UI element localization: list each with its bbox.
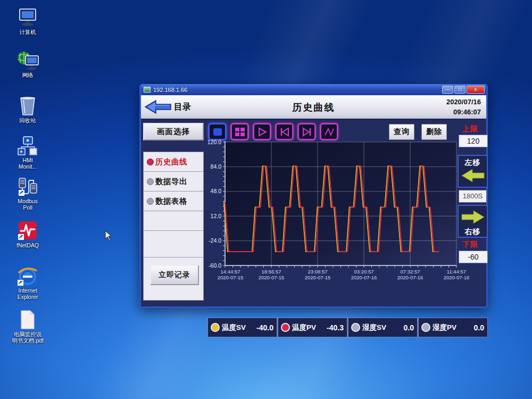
play-button[interactable] (253, 123, 271, 140)
history-chart: 120.084.048.012.0-24.0-60.014:44:572020-… (205, 139, 492, 284)
close-button[interactable]: x (467, 86, 485, 94)
legend-item-temp-pv[interactable]: 温度PV -40.3 (277, 318, 347, 337)
record-now-button[interactable]: 立即记录 (150, 265, 199, 285)
internet-explorer-icon (5, 266, 50, 286)
legend-item-humid-pv[interactable]: 湿度PV 0.0 (418, 318, 488, 337)
curve-icon (324, 127, 335, 137)
skip-to-start-button[interactable] (275, 123, 294, 140)
filled-square-icon (212, 127, 223, 137)
svg-text:2020-07-16: 2020-07-16 (397, 275, 423, 280)
icon-label: Explorer (17, 294, 38, 300)
window-header: 目录 历史曲线 2020/07/16 09:46:07 (141, 95, 486, 120)
sidebar-item-data-table[interactable]: 数据表格 (144, 192, 203, 211)
sidebar-item-label: 数据表格 (155, 196, 187, 206)
legend-item-humid-sv[interactable]: 湿度SV 0.0 (347, 318, 418, 337)
svg-text:03:20:57: 03:20:57 (354, 269, 374, 275)
window-body: 画面选择 历史曲线 数据导出 数据表格 立即记录 (141, 120, 486, 306)
icon-label: HMI (22, 157, 32, 163)
sidebar-empty-row (144, 231, 203, 257)
window-title: 192.168.1.66 (153, 87, 441, 93)
query-button[interactable]: 查询 (389, 124, 414, 140)
delete-button[interactable]: 删除 (421, 124, 447, 140)
series-label: 湿度SV (362, 323, 386, 332)
series-label: 温度PV (292, 323, 316, 332)
svg-text:48.0: 48.0 (211, 188, 222, 194)
series-value: 0.0 (474, 323, 484, 332)
time-text: 09:46:07 (446, 107, 481, 117)
icon-label: 回收站 (19, 117, 36, 123)
series-legend: 温度SV -40.0 温度PV -40.3 湿度SV 0.0 湿度PV 0.0 (207, 318, 488, 337)
svg-text:07:32:57: 07:32:57 (401, 269, 420, 275)
chart-canvas: 120.084.048.012.0-24.0-60.014:44:572020-… (205, 139, 492, 284)
series-color-dot (281, 323, 290, 332)
desktop-icon-fnetdaq[interactable]: fNetDAQ (5, 221, 50, 248)
computer-icon (5, 7, 50, 28)
series-color-dot (421, 323, 430, 332)
hmi-monitor-icon (5, 136, 50, 156)
icon-label: 明书文档.pdf (12, 337, 44, 344)
svg-text:14:44:57: 14:44:57 (221, 269, 240, 275)
icon-label: 计算机 (19, 29, 36, 35)
datetime-display: 2020/07/16 09:46:07 (446, 97, 481, 117)
icon-label: fNetDAQ (16, 242, 39, 248)
series-value: -40.0 (256, 323, 273, 332)
svg-text:2020-07-15: 2020-07-15 (218, 275, 244, 280)
fnetdaq-icon (5, 221, 50, 241)
icon-label: Poll (23, 204, 32, 211)
sidebar-header: 画面选择 (143, 123, 204, 140)
svg-text:-24.0: -24.0 (209, 237, 221, 244)
svg-text:2020-07-15: 2020-07-15 (305, 275, 331, 280)
desktop-icon-hmi-monitor[interactable]: HMIMonit... (5, 136, 50, 170)
desktop-icon-modbus-poll[interactable]: ModbusPoll (5, 177, 50, 211)
minimize-button[interactable]: — (442, 86, 453, 94)
svg-text:-60.0: -60.0 (209, 262, 221, 269)
legend-item-temp-sv[interactable]: 温度SV -40.0 (207, 318, 277, 337)
series-value: -40.3 (327, 323, 344, 332)
sidebar-item-data-export[interactable]: 数据导出 (144, 172, 203, 192)
sidebar-menu: 历史曲线 数据导出 数据表格 立即记录 (143, 152, 204, 301)
icon-label: 电脑监控说 (14, 331, 42, 337)
svg-text:12.0: 12.0 (211, 213, 222, 219)
maximize-button[interactable]: □ (454, 86, 466, 94)
svg-text:18:56:57: 18:56:57 (262, 269, 281, 275)
sidebar-item-label: 历史曲线 (155, 157, 187, 167)
desktop-icon-computer[interactable]: 计算机 (5, 7, 50, 35)
icon-label: Monit... (19, 163, 37, 170)
icon-label: Modbus (18, 198, 37, 204)
icon-label: 网络 (22, 72, 34, 78)
recycle-bin-icon (5, 96, 50, 116)
skip-to-end-button[interactable] (297, 123, 316, 140)
sidebar-item-history-curve[interactable]: 历史曲线 (144, 152, 203, 172)
icon-label: Internet (18, 287, 37, 294)
svg-text:84.0: 84.0 (211, 163, 222, 170)
grid-icon (235, 127, 245, 137)
series-label: 湿度PV (433, 323, 456, 332)
desktop-icon-pdf-document[interactable]: 电脑监控说明书文档.pdf (5, 310, 50, 344)
desktop-icon-network[interactable]: 网络 (5, 51, 50, 78)
date-text: 2020/07/16 (446, 97, 481, 107)
series-color-dot (351, 323, 360, 332)
app-icon (144, 87, 151, 93)
grid-view-button[interactable] (230, 123, 249, 140)
page-title: 历史曲线 (141, 101, 486, 114)
svg-text:120.0: 120.0 (207, 139, 221, 145)
radio-dot-icon (147, 198, 154, 205)
svg-text:11:44:57: 11:44:57 (447, 269, 466, 275)
play-icon (257, 127, 268, 137)
sidebar-item-label: 数据导出 (155, 177, 187, 187)
current-screen-button[interactable] (208, 123, 227, 140)
curve-mode-button[interactable] (320, 123, 338, 140)
radio-dot-icon (147, 159, 154, 165)
window-titlebar[interactable]: 192.168.1.66 — □ x (141, 84, 486, 95)
sidebar-empty-row (144, 211, 203, 231)
svg-text:23:08:57: 23:08:57 (308, 269, 328, 275)
modbus-poll-icon (5, 177, 50, 197)
skip-start-icon (279, 127, 290, 137)
upper-limit-label: 上限 (462, 124, 478, 134)
hmi-window: 192.168.1.66 — □ x 目录 历史曲线 2020/07/16 09… (139, 84, 488, 308)
series-value: 0.0 (404, 323, 414, 332)
desktop-icon-recycle-bin[interactable]: 回收站 (5, 96, 50, 123)
radio-dot-icon (147, 178, 154, 185)
svg-text:2020-07-15: 2020-07-15 (259, 275, 285, 280)
desktop-icon-internet-explorer[interactable]: InternetExplorer (5, 266, 50, 300)
